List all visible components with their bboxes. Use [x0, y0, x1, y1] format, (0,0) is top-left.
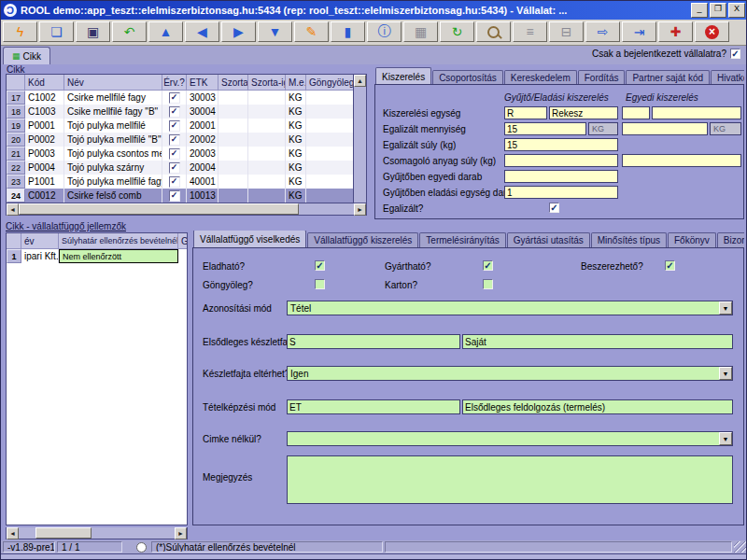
undo-button[interactable]: ↶ — [112, 21, 147, 42]
cell-gongyoleg[interactable] — [306, 119, 353, 133]
cell-rownum[interactable]: 19 — [7, 119, 25, 133]
table-row[interactable]: 22 P0004 Tojó pulyka szárny ✓ 20004 KG — [7, 161, 353, 175]
tab-vallalatfuggo-viselkedes[interactable]: Vállalatfüggő viselkedés — [193, 231, 306, 247]
egalizalt-checkbox[interactable]: ✓ — [549, 203, 559, 213]
cell-nev[interactable]: Csirke felső comb — [64, 189, 162, 203]
checkbox[interactable]: ✓ — [169, 162, 180, 174]
cell-me[interactable]: KG — [286, 189, 306, 203]
tab-termelesiranyitas[interactable]: Termelésirányítás — [419, 232, 505, 247]
cell-rownum[interactable]: 22 — [7, 161, 25, 175]
export-table-button[interactable]: ⇨ — [585, 21, 620, 42]
open-button[interactable]: ❏ — [39, 21, 74, 42]
vertical-scrollbar[interactable] — [353, 75, 366, 203]
tab-partner-sajat-kod[interactable]: Partner saját kód — [626, 70, 710, 85]
list-button[interactable]: ≡ — [513, 21, 547, 42]
last-record-button[interactable]: ▼ — [258, 21, 292, 42]
column-header-etk[interactable]: ETK — [187, 75, 218, 91]
cell-szorta-ig[interactable] — [248, 175, 286, 189]
checkbox[interactable]: ✓ — [169, 120, 180, 132]
cell-rownum[interactable]: 20 — [7, 133, 25, 147]
scrollbar-thumb[interactable] — [35, 527, 92, 539]
cell-kod[interactable]: C0012 — [25, 189, 64, 203]
cell-gongyoleg[interactable] — [306, 189, 353, 203]
gyujtoben-egyedi-darab-input[interactable] — [504, 170, 618, 183]
cell-kod[interactable]: C1002 — [25, 91, 64, 105]
cell-kod[interactable]: P0004 — [25, 161, 64, 175]
cell-rownum[interactable]: 17 — [7, 91, 25, 105]
checkbox[interactable]: ✓ — [169, 134, 180, 146]
scroll-up-icon[interactable] — [354, 75, 366, 87]
tab-vallalatfuggo-kiszereles[interactable]: Vállalatfüggő kiszerelés — [307, 232, 418, 247]
tab-csoportositas[interactable]: Csoportosítás — [432, 70, 503, 85]
horizontal-scrollbar[interactable] — [6, 527, 188, 539]
cell-etk[interactable]: 30004 — [187, 105, 218, 119]
info-button[interactable]: ⓘ — [367, 21, 402, 42]
tab-gyartasi-utasitas[interactable]: Gyártási utasítás — [507, 232, 590, 247]
save-button[interactable]: ▣ — [76, 21, 110, 42]
chevron-down-icon[interactable] — [719, 432, 732, 445]
checkbox[interactable]: ✓ — [169, 190, 180, 202]
scrollbar-track[interactable] — [92, 527, 175, 539]
column-header-nev[interactable]: év — [21, 233, 59, 249]
beszerezheto-checkbox[interactable]: ✓ — [665, 260, 675, 271]
cell-gongyoleg[interactable] — [306, 105, 353, 119]
cell-nev[interactable]: Tojó pulyka szárny — [64, 161, 162, 175]
first-record-button[interactable]: ▲ — [148, 21, 183, 42]
cell-nev[interactable]: Tojó pulyka csontos mell — [64, 147, 162, 161]
column-header-rownum[interactable] — [7, 233, 21, 249]
egyedi-kiszerelesi-egyseg-code-input[interactable] — [622, 106, 650, 119]
cell-erv[interactable]: ✓ — [162, 133, 187, 147]
resize-grip[interactable] — [734, 541, 746, 553]
cell-szorta[interactable] — [218, 147, 248, 161]
import-table-button[interactable]: ⇥ — [622, 21, 656, 42]
egyedi-csomagolo-suly-input[interactable] — [622, 154, 741, 167]
table-row[interactable]: 19 P0001 Tojó pulyka mellfilé ✓ 20001 KG — [7, 119, 353, 133]
table-row-selected[interactable]: 1 ipari Kft. Nem ellenőrzött — [7, 249, 187, 263]
column-header-rownum[interactable] — [7, 75, 25, 91]
table-row[interactable]: 17 C1002 Csirke mellfilé fagy ✓ 30003 KG — [7, 91, 353, 105]
cell-szorta-ig[interactable] — [248, 147, 286, 161]
cell-me[interactable]: KG — [286, 105, 306, 119]
keszletfajta-elterhet-select[interactable]: Igen — [287, 366, 733, 381]
chevron-down-icon[interactable] — [719, 367, 732, 380]
column-header-szorta-ig[interactable]: Szorta-ig — [248, 75, 286, 91]
csomagolo-suly-input[interactable] — [504, 154, 618, 167]
table-row-selected[interactable]: 24 C0012 Csirke felső comb ✓ 10013 KG — [7, 189, 353, 203]
cell-rownum[interactable]: 24 — [7, 189, 25, 203]
cell-nev[interactable]: Tojó pulyka mellfilé "B" — [64, 133, 162, 147]
cell-szorta[interactable] — [218, 105, 248, 119]
cell-sulyhatar[interactable]: Nem ellenőrzött — [59, 249, 178, 263]
cell-nev[interactable]: Tojó pulyka mellfilé — [64, 119, 162, 133]
edit-button[interactable]: ✎ — [294, 21, 329, 42]
table-row[interactable]: 18 C1003 Csike mellfilé fagy "B" ✓ 30004… — [7, 105, 353, 119]
cell-kod[interactable]: C1003 — [25, 105, 64, 119]
checkbox[interactable]: ✓ — [169, 176, 180, 188]
gyujtoben-eladasi-darab-input[interactable] — [504, 186, 618, 199]
cell-etk[interactable]: 10013 — [187, 189, 218, 203]
scroll-left-icon[interactable] — [7, 527, 19, 539]
scrollbar-thumb[interactable] — [19, 203, 299, 215]
checkbox[interactable]: ✓ — [169, 92, 180, 104]
gongyoleg-checkbox[interactable] — [315, 279, 325, 289]
cell-szorta-ig[interactable] — [248, 189, 286, 203]
print-button[interactable]: ⊟ — [549, 21, 584, 42]
cell-erv[interactable]: ✓ — [162, 161, 187, 175]
kiszerelesi-egyseg-code-input[interactable] — [504, 106, 547, 119]
horizontal-scrollbar[interactable] — [6, 203, 367, 216]
search-button[interactable] — [476, 21, 511, 42]
status-radio[interactable] — [136, 542, 147, 553]
tab-forditas[interactable]: Fordítás — [578, 70, 626, 85]
refresh-button[interactable]: ↻ — [440, 21, 474, 42]
minimize-button[interactable]: _ — [691, 3, 708, 18]
column-header-gongyoleg[interactable]: Göngyöleg kó — [306, 75, 353, 91]
cell-me[interactable]: KG — [286, 119, 306, 133]
cell-nev[interactable]: Csike mellfilé fagy "B" — [64, 105, 162, 119]
cell-rownum[interactable]: 23 — [7, 175, 25, 189]
cell-szorta-ig[interactable] — [248, 133, 286, 147]
cell-me[interactable]: KG — [286, 133, 306, 147]
previous-record-button[interactable]: ◀ — [185, 21, 219, 42]
cell-szorta[interactable] — [218, 119, 248, 133]
column-header-sulyhatar[interactable]: Súlyhatár ellenőrzés bevételnél — [59, 233, 178, 249]
elsodleges-keszletfajta-code-input[interactable] — [287, 334, 460, 349]
cell-kod[interactable]: P0002 — [25, 133, 64, 147]
